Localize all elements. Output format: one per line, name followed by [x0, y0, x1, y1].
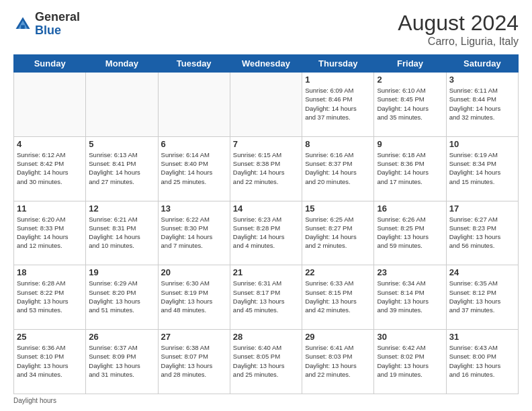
col-header-sunday: Sunday [14, 55, 86, 73]
day-info: Sunrise: 6:20 AMSunset: 8:33 PMDaylight:… [17, 215, 83, 250]
header: General Blue August 2024 Carro, Liguria,… [13, 11, 519, 48]
calendar-cell: 19Sunrise: 6:29 AMSunset: 8:20 PMDayligh… [86, 265, 158, 330]
day-info: Sunrise: 6:12 AMSunset: 8:42 PMDaylight:… [17, 150, 83, 186]
calendar-cell [86, 73, 158, 137]
day-info: Sunrise: 6:18 AMSunset: 8:36 PMDaylight:… [377, 150, 443, 186]
day-number: 16 [377, 203, 443, 214]
calendar-cell: 2Sunrise: 6:10 AMSunset: 8:45 PMDaylight… [374, 73, 446, 137]
col-header-thursday: Thursday [302, 55, 374, 73]
day-number: 1 [305, 75, 371, 85]
calendar-cell: 20Sunrise: 6:30 AMSunset: 8:19 PMDayligh… [158, 265, 230, 330]
day-number: 30 [377, 332, 443, 342]
day-info: Sunrise: 6:28 AMSunset: 8:22 PMDaylight:… [17, 279, 83, 314]
calendar-cell: 9Sunrise: 6:18 AMSunset: 8:36 PMDaylight… [374, 136, 446, 201]
calendar-cell: 17Sunrise: 6:27 AMSunset: 8:23 PMDayligh… [446, 201, 518, 265]
calendar-cell: 26Sunrise: 6:37 AMSunset: 8:09 PMDayligh… [86, 330, 158, 394]
calendar-cell: 13Sunrise: 6:22 AMSunset: 8:30 PMDayligh… [158, 201, 230, 265]
day-info: Sunrise: 6:15 AMSunset: 8:38 PMDaylight:… [233, 150, 299, 186]
day-number: 8 [305, 139, 371, 149]
calendar-cell: 21Sunrise: 6:31 AMSunset: 8:17 PMDayligh… [230, 265, 302, 330]
calendar-week-row: 4Sunrise: 6:12 AMSunset: 8:42 PMDaylight… [14, 136, 519, 201]
day-number: 18 [17, 267, 83, 277]
day-info: Sunrise: 6:10 AMSunset: 8:45 PMDaylight:… [377, 86, 443, 122]
logo-icon [13, 15, 32, 34]
day-number: 25 [17, 332, 83, 342]
calendar-cell: 8Sunrise: 6:16 AMSunset: 8:37 PMDaylight… [302, 136, 374, 201]
calendar-week-row: 11Sunrise: 6:20 AMSunset: 8:33 PMDayligh… [14, 201, 519, 265]
calendar-cell: 3Sunrise: 6:11 AMSunset: 8:44 PMDaylight… [446, 73, 518, 137]
day-info: Sunrise: 6:34 AMSunset: 8:14 PMDaylight:… [377, 279, 443, 314]
calendar-cell: 1Sunrise: 6:09 AMSunset: 8:46 PMDaylight… [302, 73, 374, 137]
day-number: 19 [89, 267, 154, 277]
col-header-monday: Monday [86, 55, 158, 73]
svg-rect-2 [21, 25, 25, 29]
calendar-cell: 25Sunrise: 6:36 AMSunset: 8:10 PMDayligh… [14, 330, 86, 394]
calendar-cell: 22Sunrise: 6:33 AMSunset: 8:15 PMDayligh… [302, 265, 374, 330]
col-header-saturday: Saturday [446, 55, 518, 73]
day-number: 28 [233, 332, 299, 342]
day-info: Sunrise: 6:33 AMSunset: 8:15 PMDaylight:… [305, 279, 371, 314]
day-number: 6 [161, 139, 227, 149]
day-number: 4 [17, 139, 83, 149]
day-number: 5 [89, 139, 154, 149]
calendar-table: SundayMondayTuesdayWednesdayThursdayFrid… [13, 54, 519, 394]
calendar-header-row: SundayMondayTuesdayWednesdayThursdayFrid… [14, 55, 519, 73]
day-number: 20 [161, 267, 227, 277]
calendar-cell [230, 73, 302, 137]
calendar-week-row: 25Sunrise: 6:36 AMSunset: 8:10 PMDayligh… [14, 330, 519, 394]
logo: General Blue [13, 11, 80, 38]
day-info: Sunrise: 6:11 AMSunset: 8:44 PMDaylight:… [449, 86, 515, 122]
calendar-cell: 6Sunrise: 6:14 AMSunset: 8:40 PMDaylight… [158, 136, 230, 201]
day-info: Sunrise: 6:27 AMSunset: 8:23 PMDaylight:… [449, 215, 515, 250]
day-info: Sunrise: 6:41 AMSunset: 8:03 PMDaylight:… [305, 343, 371, 379]
calendar-week-row: 18Sunrise: 6:28 AMSunset: 8:22 PMDayligh… [14, 265, 519, 330]
day-info: Sunrise: 6:37 AMSunset: 8:09 PMDaylight:… [89, 343, 154, 379]
logo-general: General [35, 10, 80, 24]
calendar-cell: 31Sunrise: 6:43 AMSunset: 8:00 PMDayligh… [446, 330, 518, 394]
day-number: 29 [305, 332, 371, 342]
location-title: Carro, Liguria, Italy [398, 36, 519, 48]
calendar-cell: 29Sunrise: 6:41 AMSunset: 8:03 PMDayligh… [302, 330, 374, 394]
day-number: 3 [449, 75, 515, 85]
calendar-cell: 14Sunrise: 6:23 AMSunset: 8:28 PMDayligh… [230, 201, 302, 265]
col-header-tuesday: Tuesday [158, 55, 230, 73]
calendar-cell: 15Sunrise: 6:25 AMSunset: 8:27 PMDayligh… [302, 201, 374, 265]
calendar-cell: 23Sunrise: 6:34 AMSunset: 8:14 PMDayligh… [374, 265, 446, 330]
day-info: Sunrise: 6:40 AMSunset: 8:05 PMDaylight:… [233, 343, 299, 379]
day-info: Sunrise: 6:42 AMSunset: 8:02 PMDaylight:… [377, 343, 443, 379]
day-number: 11 [17, 203, 83, 214]
month-title: August 2024 [398, 11, 519, 36]
col-header-friday: Friday [374, 55, 446, 73]
day-info: Sunrise: 6:31 AMSunset: 8:17 PMDaylight:… [233, 279, 299, 314]
calendar-cell: 28Sunrise: 6:40 AMSunset: 8:05 PMDayligh… [230, 330, 302, 394]
col-header-wednesday: Wednesday [230, 55, 302, 73]
calendar-cell: 27Sunrise: 6:38 AMSunset: 8:07 PMDayligh… [158, 330, 230, 394]
day-number: 23 [377, 267, 443, 277]
calendar-cell: 7Sunrise: 6:15 AMSunset: 8:38 PMDaylight… [230, 136, 302, 201]
calendar-cell: 12Sunrise: 6:21 AMSunset: 8:31 PMDayligh… [86, 201, 158, 265]
day-number: 10 [449, 139, 515, 149]
day-number: 13 [161, 203, 227, 214]
calendar-cell: 11Sunrise: 6:20 AMSunset: 8:33 PMDayligh… [14, 201, 86, 265]
day-number: 26 [89, 332, 154, 342]
day-number: 7 [233, 139, 299, 149]
day-info: Sunrise: 6:21 AMSunset: 8:31 PMDaylight:… [89, 215, 154, 250]
day-number: 14 [233, 203, 299, 214]
day-info: Sunrise: 6:14 AMSunset: 8:40 PMDaylight:… [161, 150, 227, 186]
day-info: Sunrise: 6:19 AMSunset: 8:34 PMDaylight:… [449, 150, 515, 186]
day-number: 15 [305, 203, 371, 214]
day-number: 27 [161, 332, 227, 342]
day-number: 12 [89, 203, 154, 214]
day-number: 22 [305, 267, 371, 277]
calendar-cell [14, 73, 86, 137]
page: General Blue August 2024 Carro, Liguria,… [0, 0, 532, 411]
day-number: 2 [377, 75, 443, 85]
day-info: Sunrise: 6:22 AMSunset: 8:30 PMDaylight:… [161, 215, 227, 250]
day-info: Sunrise: 6:23 AMSunset: 8:28 PMDaylight:… [233, 215, 299, 250]
calendar-cell: 30Sunrise: 6:42 AMSunset: 8:02 PMDayligh… [374, 330, 446, 394]
day-info: Sunrise: 6:09 AMSunset: 8:46 PMDaylight:… [305, 86, 371, 122]
calendar-cell: 18Sunrise: 6:28 AMSunset: 8:22 PMDayligh… [14, 265, 86, 330]
calendar-cell: 16Sunrise: 6:26 AMSunset: 8:25 PMDayligh… [374, 201, 446, 265]
day-info: Sunrise: 6:38 AMSunset: 8:07 PMDaylight:… [161, 343, 227, 379]
footer-note: Daylight hours [13, 397, 519, 404]
